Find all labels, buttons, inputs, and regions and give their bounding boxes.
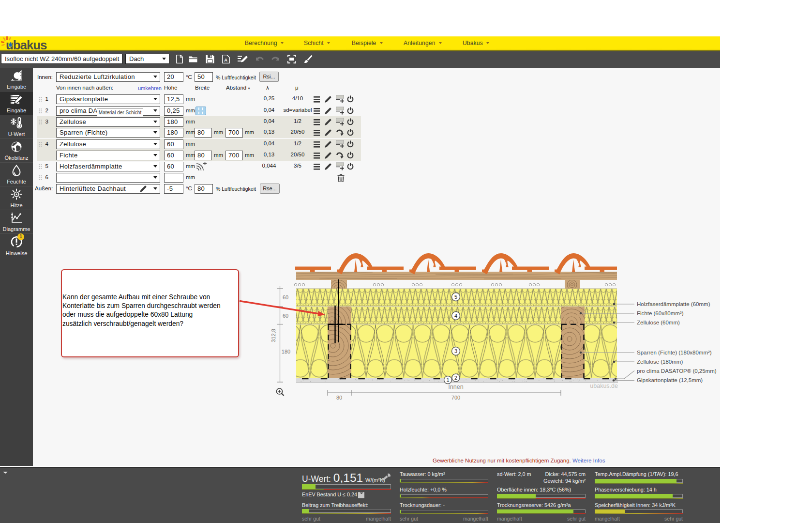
svg-text:5: 5 [454, 294, 457, 300]
svg-text:700: 700 [451, 395, 460, 400]
svg-text:ubakus.de: ubakus.de [590, 383, 618, 389]
svg-text:pro clima DASATOP® (0,25mm): pro clima DASATOP® (0,25mm) [637, 368, 717, 374]
svg-text:180: 180 [282, 349, 290, 354]
svg-text:80: 80 [336, 395, 342, 400]
svg-text:60: 60 [283, 294, 288, 300]
svg-text:Holzfaserdämmplatte (60mm): Holzfaserdämmplatte (60mm) [637, 301, 710, 307]
svg-text:Gipskartonplatte (12,5mm): Gipskartonplatte (12,5mm) [637, 377, 703, 383]
svg-text:4: 4 [454, 313, 457, 319]
svg-text:60: 60 [283, 313, 288, 319]
svg-text:A: A [224, 57, 227, 62]
svg-text:Zellulose (180mm): Zellulose (180mm) [637, 359, 683, 365]
svg-text:Innen: Innen [448, 384, 463, 390]
svg-text:3: 3 [454, 348, 457, 354]
svg-text:Zellulose (60mm): Zellulose (60mm) [637, 320, 680, 325]
svg-text:312,8: 312,8 [271, 329, 276, 342]
svg-text:Sparren (Fichte) (180x80mm²): Sparren (Fichte) (180x80mm²) [637, 350, 712, 355]
svg-text:Fichte (60x80mm²): Fichte (60x80mm²) [637, 310, 684, 316]
svg-text:2: 2 [454, 375, 457, 381]
svg-text:1: 1 [446, 377, 449, 383]
